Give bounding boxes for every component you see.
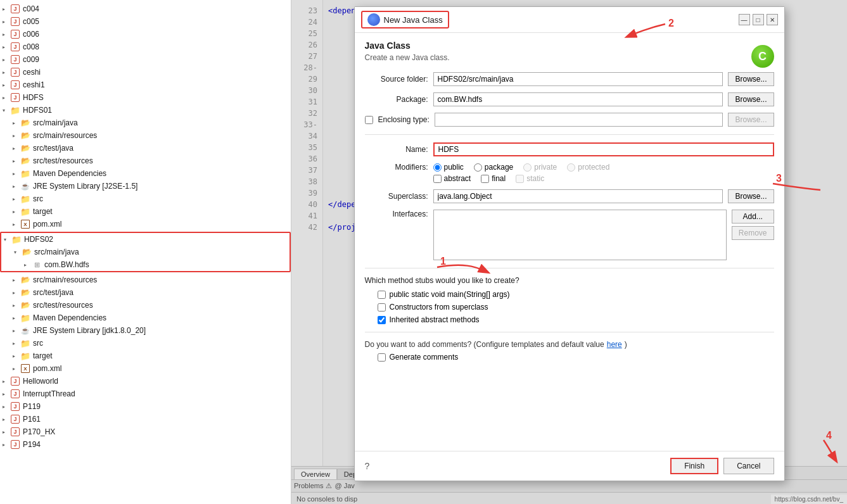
sidebar-item-c009[interactable]: ▸Jc009 <box>0 53 291 66</box>
sidebar-item-P194[interactable]: ▸JP194 <box>0 438 291 451</box>
source-folder-row: Source folder: Browse... <box>365 72 774 86</box>
sidebar-item-src1[interactable]: ▸📁src <box>0 192 291 205</box>
source-folder-browse-button[interactable]: Browse... <box>728 72 774 86</box>
sidebar-item-label-c004: c004 <box>23 4 39 13</box>
sidebar-item-ceshi[interactable]: ▸Jceshi <box>0 66 291 79</box>
superclass-input[interactable] <box>433 189 723 203</box>
interfaces-row: Interfaces: Add... Remove <box>365 210 774 260</box>
enclosing-type-input[interactable] <box>435 113 723 127</box>
modifiers-label: Modifiers: <box>365 163 428 172</box>
sidebar-item-src-main-java[interactable]: ▸📂src/main/java <box>0 117 291 129</box>
enclosing-type-checkbox[interactable] <box>365 116 373 124</box>
sidebar-item-label-P170_HX: P170_HX <box>23 427 55 436</box>
sidebar-item-HDFS[interactable]: ▸JHDFS <box>0 91 291 104</box>
source-folder-input[interactable] <box>433 72 723 86</box>
sidebar-item-pom2[interactable]: ▸Xpom.xml <box>0 362 291 375</box>
name-input[interactable] <box>433 142 774 156</box>
sidebar-item-HDFS01[interactable]: ▾📁HDFS01 <box>0 104 291 117</box>
main-method-checkbox[interactable] <box>378 291 386 299</box>
modifier-abstract[interactable]: abstract <box>433 174 471 183</box>
sidebar-item-c005[interactable]: ▸Jc005 <box>0 15 291 28</box>
sidebar-item-target2[interactable]: ▸📁target <box>0 350 291 362</box>
generate-comments-row: Generate comments <box>365 353 774 362</box>
sidebar-item-src-test-java[interactable]: ▸📂src/test/java <box>0 142 291 154</box>
method-stub-main: public static void main(String[] args) <box>365 290 774 299</box>
generate-comments-checkbox[interactable] <box>378 353 386 362</box>
sidebar-item-src-test-java2[interactable]: ▸📂src/test/java <box>0 286 291 299</box>
sidebar-item-src-main-java2[interactable]: ▾📂src/main/java <box>1 246 290 258</box>
sidebar-item-src-test-resources2[interactable]: ▸📂src/test/resources <box>0 299 291 312</box>
separator-2 <box>365 268 774 268</box>
icon-java: J <box>10 54 20 65</box>
sidebar-item-label-P119: P119 <box>23 402 41 411</box>
icon-xml: X <box>20 363 30 374</box>
sidebar-item-jre-system[interactable]: ▸☕JRE System Library [J2SE-1.5] <box>0 180 291 192</box>
sidebar-item-label-c005: c005 <box>23 17 39 26</box>
inherited-checkbox[interactable] <box>378 316 386 324</box>
sidebar-item-src-main-resources2[interactable]: ▸📂src/main/resources <box>0 274 291 286</box>
modifier-protected[interactable]: protected <box>567 163 609 172</box>
cancel-button[interactable]: Cancel <box>723 458 774 474</box>
sidebar-item-label-src-test-resources: src/test/resources <box>33 156 93 165</box>
package-browse-button[interactable]: Browse... <box>728 92 774 106</box>
sidebar-item-label-src-main-java: src/main/java <box>33 118 78 127</box>
separator-3 <box>365 332 774 332</box>
sidebar-item-P119[interactable]: ▸JP119 <box>0 400 291 413</box>
icon-java: J <box>10 92 20 103</box>
sidebar-item-src2[interactable]: ▸📁src <box>0 337 291 350</box>
add-interface-button[interactable]: Add... <box>732 210 774 224</box>
sidebar-item-c006[interactable]: ▸Jc006 <box>0 28 291 41</box>
sidebar-item-label-HDFS02: HDFS02 <box>24 235 53 244</box>
sidebar-item-ceshi1[interactable]: ▸Jceshi1 <box>0 79 291 91</box>
close-button[interactable]: ✕ <box>767 14 778 25</box>
source-folder-label: Source folder: <box>365 75 428 84</box>
sidebar-item-maven-deps2[interactable]: ▸📁Maven Dependencies <box>0 312 291 324</box>
sidebar-item-HDFS02[interactable]: ▾📁HDFS02 <box>1 233 290 246</box>
sidebar-item-label-P194: P194 <box>23 440 41 449</box>
sidebar-item-InterruptThread[interactable]: ▸JInterruptThread <box>0 387 291 400</box>
minimize-button[interactable]: — <box>739 14 750 25</box>
sidebar-item-src-test-resources[interactable]: ▸📂src/test/resources <box>0 154 291 167</box>
new-java-class-dialog: New Java Class — □ ✕ Java Class Create a… <box>354 6 785 481</box>
help-icon[interactable]: ? <box>365 461 666 471</box>
modifier-public[interactable]: public <box>433 163 464 172</box>
sidebar-item-jre-system2[interactable]: ▸☕JRE System Library [jdk1.8.0_20] <box>0 324 291 337</box>
icon-java: J <box>10 4 20 14</box>
sidebar-item-target1[interactable]: ▸📁target <box>0 205 291 218</box>
sidebar-item-maven-deps[interactable]: ▸📁Maven Dependencies <box>0 167 291 180</box>
remove-interface-button[interactable]: Remove <box>732 226 774 240</box>
icon-java: J <box>10 67 20 77</box>
icon-folder: 📁 <box>20 338 30 348</box>
enclosing-type-row: Enclosing type: Browse... <box>365 113 774 127</box>
sidebar-item-label-src-test-java: src/test/java <box>33 144 73 153</box>
comments-here-link[interactable]: here <box>607 340 622 349</box>
enclosing-type-browse-button[interactable]: Browse... <box>728 113 774 127</box>
sidebar-item-c004[interactable]: ▸Jc004 <box>0 3 291 15</box>
modifier-final[interactable]: final <box>481 174 506 183</box>
main-method-label: public static void main(String[] args) <box>390 290 510 299</box>
sidebar-item-pom1[interactable]: ▸Xpom.xml <box>0 218 291 230</box>
superclass-browse-button[interactable]: Browse... <box>728 189 774 203</box>
package-input[interactable] <box>433 92 723 106</box>
modifier-package[interactable]: package <box>474 163 513 172</box>
sidebar-item-label-src-main-resources: src/main/resources <box>33 131 97 140</box>
maximize-button[interactable]: □ <box>753 14 764 25</box>
interfaces-input[interactable] <box>433 210 727 260</box>
sidebar-item-c008[interactable]: ▸Jc008 <box>0 41 291 53</box>
modifier-private[interactable]: private <box>523 163 557 172</box>
sidebar-item-com-BW-hdfs[interactable]: ▸⊞com.BW.hdfs <box>1 258 290 271</box>
interfaces-label: Interfaces: <box>365 210 428 218</box>
icon-java: J <box>10 376 20 386</box>
superclass-label: Superclass: <box>365 192 428 201</box>
icon-folder: 📁 <box>20 351 30 361</box>
constructors-checkbox[interactable] <box>378 303 386 312</box>
sidebar-item-src-main-resources[interactable]: ▸📂src/main/resources <box>0 129 291 142</box>
modifier-static[interactable]: static <box>516 174 544 183</box>
finish-button[interactable]: Finish <box>670 458 718 474</box>
sidebar-item-P161[interactable]: ▸JP161 <box>0 413 291 425</box>
sidebar-item-P170_HX[interactable]: ▸JP170_HX <box>0 425 291 438</box>
sidebar-item-Helloworld[interactable]: ▸JHelloworld <box>0 375 291 387</box>
sidebar-item-label-ceshi1: ceshi1 <box>23 80 45 89</box>
icon-java: J <box>10 414 20 424</box>
sidebar-item-label-src-test-resources2: src/test/resources <box>33 301 93 310</box>
